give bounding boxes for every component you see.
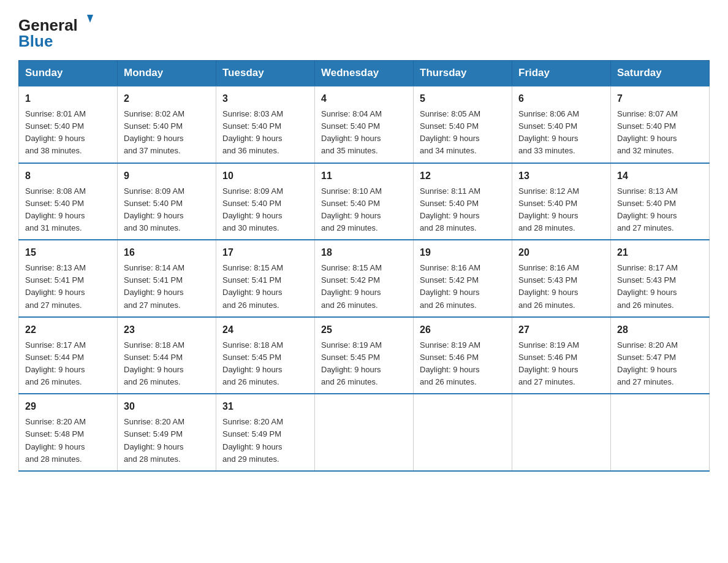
day-info: Sunrise: 8:20 AMSunset: 5:49 PMDaylight:… — [222, 417, 283, 463]
day-info: Sunrise: 8:06 AMSunset: 5:40 PMDaylight:… — [518, 109, 579, 155]
day-info: Sunrise: 8:08 AMSunset: 5:40 PMDaylight:… — [25, 186, 86, 232]
day-number: 4 — [321, 91, 407, 106]
day-info: Sunrise: 8:05 AMSunset: 5:40 PMDaylight:… — [420, 109, 480, 155]
day-number: 15 — [25, 245, 111, 260]
day-info: Sunrise: 8:18 AMSunset: 5:44 PMDaylight:… — [124, 340, 184, 386]
calendar-cell: 4 Sunrise: 8:04 AMSunset: 5:40 PMDayligh… — [315, 86, 414, 163]
day-info: Sunrise: 8:16 AMSunset: 5:42 PMDaylight:… — [420, 263, 480, 309]
day-number: 7 — [617, 91, 703, 106]
day-of-week-header: Wednesday — [315, 61, 414, 86]
day-number: 9 — [124, 169, 210, 183]
day-number: 2 — [124, 91, 210, 106]
day-info: Sunrise: 8:14 AMSunset: 5:41 PMDaylight:… — [124, 263, 184, 309]
calendar-cell: 19 Sunrise: 8:16 AMSunset: 5:42 PMDaylig… — [414, 240, 512, 317]
day-number: 27 — [518, 323, 604, 337]
day-number: 14 — [617, 169, 703, 183]
calendar-cell: 22 Sunrise: 8:17 AMSunset: 5:44 PMDaylig… — [19, 317, 118, 394]
calendar-cell: 12 Sunrise: 8:11 AMSunset: 5:40 PMDaylig… — [414, 163, 512, 240]
day-number: 21 — [617, 245, 703, 260]
day-info: Sunrise: 8:07 AMSunset: 5:40 PMDaylight:… — [617, 109, 678, 155]
day-number: 8 — [25, 169, 111, 183]
day-number: 31 — [222, 399, 308, 414]
day-number: 12 — [420, 169, 506, 183]
day-info: Sunrise: 8:12 AMSunset: 5:40 PMDaylight:… — [518, 186, 579, 232]
day-info: Sunrise: 8:19 AMSunset: 5:45 PMDaylight:… — [321, 340, 382, 386]
calendar-week-row: 22 Sunrise: 8:17 AMSunset: 5:44 PMDaylig… — [19, 317, 710, 394]
day-number: 30 — [124, 399, 210, 414]
day-info: Sunrise: 8:11 AMSunset: 5:40 PMDaylight:… — [420, 186, 480, 232]
day-number: 11 — [321, 169, 407, 183]
calendar-cell: 23 Sunrise: 8:18 AMSunset: 5:44 PMDaylig… — [118, 317, 216, 394]
calendar-table: SundayMondayTuesdayWednesdayThursdayFrid… — [18, 60, 710, 472]
day-number: 3 — [222, 91, 308, 106]
day-number: 29 — [25, 399, 111, 414]
calendar-week-row: 29 Sunrise: 8:20 AMSunset: 5:48 PMDaylig… — [19, 394, 710, 471]
day-info: Sunrise: 8:20 AMSunset: 5:47 PMDaylight:… — [617, 340, 678, 386]
day-number: 13 — [518, 169, 604, 183]
calendar-cell: 11 Sunrise: 8:10 AMSunset: 5:40 PMDaylig… — [315, 163, 414, 240]
day-number: 24 — [222, 323, 308, 337]
logo-svg: General Blue — [18, 12, 98, 49]
day-info: Sunrise: 8:15 AMSunset: 5:41 PMDaylight:… — [222, 263, 283, 309]
calendar-cell — [512, 394, 611, 471]
day-of-week-header: Saturday — [611, 61, 710, 86]
calendar-cell — [611, 394, 710, 471]
calendar-cell: 18 Sunrise: 8:15 AMSunset: 5:42 PMDaylig… — [315, 240, 414, 317]
calendar-cell: 9 Sunrise: 8:09 AMSunset: 5:40 PMDayligh… — [118, 163, 216, 240]
calendar-header-row: SundayMondayTuesdayWednesdayThursdayFrid… — [19, 61, 710, 86]
day-info: Sunrise: 8:20 AMSunset: 5:48 PMDaylight:… — [25, 417, 86, 463]
day-info: Sunrise: 8:18 AMSunset: 5:45 PMDaylight:… — [222, 340, 283, 386]
day-of-week-header: Monday — [118, 61, 216, 86]
day-number: 1 — [25, 91, 111, 106]
day-number: 6 — [518, 91, 604, 106]
calendar-cell: 29 Sunrise: 8:20 AMSunset: 5:48 PMDaylig… — [19, 394, 118, 471]
calendar-cell: 31 Sunrise: 8:20 AMSunset: 5:49 PMDaylig… — [216, 394, 315, 471]
calendar-cell: 13 Sunrise: 8:12 AMSunset: 5:40 PMDaylig… — [512, 163, 611, 240]
calendar-cell: 16 Sunrise: 8:14 AMSunset: 5:41 PMDaylig… — [118, 240, 216, 317]
day-of-week-header: Friday — [512, 61, 611, 86]
day-of-week-header: Tuesday — [216, 61, 315, 86]
calendar-week-row: 1 Sunrise: 8:01 AMSunset: 5:40 PMDayligh… — [19, 86, 710, 163]
day-number: 17 — [222, 245, 308, 260]
day-info: Sunrise: 8:19 AMSunset: 5:46 PMDaylight:… — [420, 340, 480, 386]
day-info: Sunrise: 8:13 AMSunset: 5:41 PMDaylight:… — [25, 263, 86, 309]
calendar-cell: 8 Sunrise: 8:08 AMSunset: 5:40 PMDayligh… — [19, 163, 118, 240]
day-info: Sunrise: 8:20 AMSunset: 5:49 PMDaylight:… — [124, 417, 184, 463]
day-number: 18 — [321, 245, 407, 260]
page-header: General Blue — [18, 12, 710, 49]
day-number: 20 — [518, 245, 604, 260]
calendar-cell: 26 Sunrise: 8:19 AMSunset: 5:46 PMDaylig… — [414, 317, 512, 394]
calendar-cell — [414, 394, 512, 471]
day-number: 23 — [124, 323, 210, 337]
day-number: 10 — [222, 169, 308, 183]
calendar-cell: 30 Sunrise: 8:20 AMSunset: 5:49 PMDaylig… — [118, 394, 216, 471]
calendar-cell: 20 Sunrise: 8:16 AMSunset: 5:43 PMDaylig… — [512, 240, 611, 317]
day-info: Sunrise: 8:17 AMSunset: 5:43 PMDaylight:… — [617, 263, 678, 309]
calendar-cell: 17 Sunrise: 8:15 AMSunset: 5:41 PMDaylig… — [216, 240, 315, 317]
day-info: Sunrise: 8:19 AMSunset: 5:46 PMDaylight:… — [518, 340, 579, 386]
day-number: 26 — [420, 323, 506, 337]
day-number: 25 — [321, 323, 407, 337]
calendar-cell: 2 Sunrise: 8:02 AMSunset: 5:40 PMDayligh… — [118, 86, 216, 163]
day-info: Sunrise: 8:03 AMSunset: 5:40 PMDaylight:… — [222, 109, 283, 155]
calendar-week-row: 8 Sunrise: 8:08 AMSunset: 5:40 PMDayligh… — [19, 163, 710, 240]
day-of-week-header: Sunday — [19, 61, 118, 86]
day-info: Sunrise: 8:17 AMSunset: 5:44 PMDaylight:… — [25, 340, 86, 386]
calendar-cell: 27 Sunrise: 8:19 AMSunset: 5:46 PMDaylig… — [512, 317, 611, 394]
day-info: Sunrise: 8:09 AMSunset: 5:40 PMDaylight:… — [124, 186, 184, 232]
day-number: 16 — [124, 245, 210, 260]
calendar-cell: 15 Sunrise: 8:13 AMSunset: 5:41 PMDaylig… — [19, 240, 118, 317]
day-info: Sunrise: 8:04 AMSunset: 5:40 PMDaylight:… — [321, 109, 382, 155]
day-number: 28 — [617, 323, 703, 337]
day-of-week-header: Thursday — [414, 61, 512, 86]
calendar-cell: 3 Sunrise: 8:03 AMSunset: 5:40 PMDayligh… — [216, 86, 315, 163]
day-number: 22 — [25, 323, 111, 337]
calendar-cell: 10 Sunrise: 8:09 AMSunset: 5:40 PMDaylig… — [216, 163, 315, 240]
calendar-cell: 14 Sunrise: 8:13 AMSunset: 5:40 PMDaylig… — [611, 163, 710, 240]
day-number: 5 — [420, 91, 506, 106]
logo: General Blue — [18, 12, 98, 49]
calendar-cell: 1 Sunrise: 8:01 AMSunset: 5:40 PMDayligh… — [19, 86, 118, 163]
calendar-cell: 5 Sunrise: 8:05 AMSunset: 5:40 PMDayligh… — [414, 86, 512, 163]
calendar-cell — [315, 394, 414, 471]
day-info: Sunrise: 8:13 AMSunset: 5:40 PMDaylight:… — [617, 186, 678, 232]
